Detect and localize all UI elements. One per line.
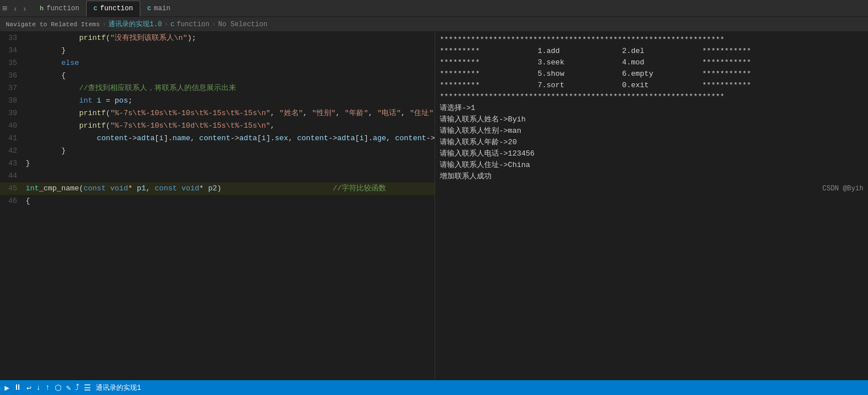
terminal-line: 请输入联系人性别->man <box>440 125 863 137</box>
breadcrumb-file-icon: C <box>171 21 175 28</box>
line-num-44: 44 <box>0 170 26 182</box>
table-row: 33 printf("没有找到该联系人\n"); <box>0 32 435 44</box>
pause-icon[interactable]: ⏸ <box>14 383 22 392</box>
tab-main-c-label: main <box>154 5 171 13</box>
tab-main-c[interactable]: C main <box>140 1 177 17</box>
line-content-40: printf("%-7s\t%-10s\t%-10d\t%-15s\t%-15s… <box>26 120 435 132</box>
breadcrumb-tooltip: Navigate to Related Items <box>6 21 100 28</box>
tab-bar-left: ⊞ ‹ › <box>2 3 29 14</box>
table-row: 35 else <box>0 57 435 70</box>
line-num-34: 34 <box>0 44 26 57</box>
line-content-35: else <box>26 57 435 70</box>
line-content-34: } <box>26 44 435 57</box>
line-content-46: { <box>26 195 435 207</box>
line-content-37: //查找到相应联系人，将联系人的信息展示出来 <box>26 82 435 95</box>
tab-function-c-label: function <box>100 5 133 13</box>
line-num-39: 39 <box>0 107 26 120</box>
terminal-credit: CSDN @Byih <box>440 185 863 193</box>
line-num-43: 43 <box>0 157 26 170</box>
terminal-line: 增加联系人成功 <box>440 171 863 182</box>
table-row: 36 { <box>0 70 435 82</box>
step-into-icon[interactable]: ↓ <box>36 383 40 392</box>
table-row: 38 int i = pos; <box>0 95 435 107</box>
line-num-33: 33 <box>0 32 26 44</box>
line-content-45: int_cmp_name(const void* p1, const void*… <box>26 182 435 195</box>
table-row: 43 } <box>0 157 435 170</box>
breakpoint-icon[interactable]: ⬡ <box>55 383 62 393</box>
terminal-line: ********* 1.add 2.del *********** <box>440 46 863 57</box>
line-num-46: 46 <box>0 195 26 207</box>
line-num-45: 45 <box>0 182 26 195</box>
breadcrumb-sep-3: › <box>212 21 216 28</box>
table-row: 44 <box>0 170 435 182</box>
line-content-38: int i = pos; <box>26 95 435 107</box>
line-num-41: 41 <box>0 132 26 145</box>
terminal-line: 请输入联系人姓名->Byih <box>440 114 863 125</box>
terminal-line: ********* 5.show 6.empty *********** <box>440 68 863 80</box>
tab-h-icon: h <box>40 5 44 12</box>
toolbar-icons: ▶ ⏸ ↩ ↓ ↑ ⬡ ✎ ⤴ ☰ <box>5 383 91 393</box>
table-row: 42 } <box>0 145 435 157</box>
line-content-41: content->adta[i].name, content->adta[i].… <box>26 132 435 145</box>
terminal-line: 请输入联系人电话->123456 <box>440 148 863 160</box>
line-num-38: 38 <box>0 95 26 107</box>
table-row: 39 printf("%-7s\t%-10s\t%-10s\t%-15s\t%-… <box>0 107 435 120</box>
breadcrumb-sep-2: › <box>164 21 168 28</box>
line-num-35: 35 <box>0 57 26 70</box>
line-content-43: } <box>26 157 435 170</box>
line-num-40: 40 <box>0 120 26 132</box>
share-icon[interactable]: ⤴ <box>75 383 79 392</box>
breadcrumb: Navigate to Related Items › 通讯录的实现1.0 › … <box>0 17 868 32</box>
line-content-42: } <box>26 145 435 157</box>
tab-function-h[interactable]: h function <box>33 1 86 17</box>
line-num-42: 42 <box>0 145 26 157</box>
tab-bar: ⊞ ‹ › h function C function C main <box>0 0 868 17</box>
terminal-line: ****************************************… <box>440 91 863 103</box>
line-num-37: 37 <box>0 82 26 95</box>
more-icon[interactable]: ☰ <box>84 383 91 393</box>
table-row: 46 { <box>0 195 435 207</box>
table-row: 37 //查找到相应联系人，将联系人的信息展示出来 <box>0 82 435 95</box>
tab-c-icon-2: C <box>147 5 151 12</box>
editor-area[interactable]: 33 printf("没有找到该联系人\n"); 34 } 35 else 36… <box>0 32 435 380</box>
terminal-line: ********* 7.sort 0.exit *********** <box>440 80 863 91</box>
step-over-icon[interactable]: ↩ <box>26 383 31 393</box>
main-area: 33 printf("没有找到该联系人\n"); 34 } 35 else 36… <box>0 32 868 380</box>
bottom-toolbar: ▶ ⏸ ↩ ↓ ↑ ⬡ ✎ ⤴ ☰ 通讯录的实现1 <box>0 380 868 395</box>
nav-back-button[interactable]: ‹ <box>11 3 19 14</box>
edit-icon[interactable]: ✎ <box>66 383 71 393</box>
line-content-39: printf("%-7s\t%-10s\t%-10s\t%-15s\t%-15s… <box>26 107 435 120</box>
terminal-area: ****************************************… <box>435 32 868 380</box>
toolbar-filename: 通讯录的实现1 <box>96 383 141 393</box>
table-row: 34 } <box>0 44 435 57</box>
table-row: 45 int_cmp_name(const void* p1, const vo… <box>0 182 435 195</box>
terminal-line: ****************************************… <box>440 34 863 46</box>
tab-function-c[interactable]: C function <box>86 1 140 17</box>
terminal-line: 请输入联系人住址->China <box>440 160 863 171</box>
grid-icon: ⊞ <box>2 3 7 13</box>
run-icon[interactable]: ▶ <box>5 383 9 393</box>
breadcrumb-sep-1: › <box>102 21 106 28</box>
code-container: 33 printf("没有找到该联系人\n"); 34 } 35 else 36… <box>0 32 435 380</box>
breadcrumb-section: No Selection <box>218 21 267 28</box>
tab-function-h-label: function <box>46 5 79 13</box>
tab-c-icon-1: C <box>94 5 98 12</box>
table-row: 40 printf("%-7s\t%-10s\t%-10d\t%-15s\t%-… <box>0 120 435 132</box>
line-num-36: 36 <box>0 70 26 82</box>
step-out-icon[interactable]: ↑ <box>45 383 50 392</box>
terminal-line: 请输入联系人年龄->20 <box>440 137 863 148</box>
table-row: 41 content->adta[i].name, content->adta[… <box>0 132 435 145</box>
nav-forward-button[interactable]: › <box>21 3 29 14</box>
line-content-36: { <box>26 70 435 82</box>
breadcrumb-project[interactable]: 通讯录的实现1.0 <box>108 19 162 29</box>
line-content-33: printf("没有找到该联系人\n"); <box>26 32 435 44</box>
terminal-line: ********* 3.seek 4.mod *********** <box>440 57 863 68</box>
terminal-line: 请选择->1 <box>440 103 863 114</box>
breadcrumb-file[interactable]: function <box>177 21 210 28</box>
